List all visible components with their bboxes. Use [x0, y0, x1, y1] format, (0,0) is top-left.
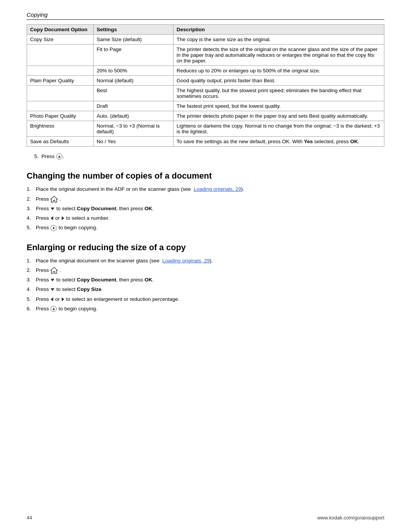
cell-setting: Normal, −3 to +3 (Normal is default): [94, 121, 174, 137]
cell-setting: 20% to 500%: [94, 66, 174, 76]
loading-originals-link1[interactable]: Loading originals, 29: [194, 186, 241, 192]
section-enlarging-reducing: Enlarging or reducing the size of a copy…: [27, 243, 384, 313]
section2-title: Enlarging or reducing the size of a copy: [27, 243, 384, 252]
cell-setting: Fit to Page: [94, 45, 174, 66]
section1-steps: 1. Place the original document in the AD…: [27, 185, 384, 232]
col-header-option: Copy Document Option: [27, 25, 94, 35]
play-icon3: [51, 306, 57, 312]
cell-description: The copy is the same size as the origina…: [174, 35, 384, 45]
arrow-down-icon2: [51, 279, 54, 281]
cell-option: [27, 45, 94, 66]
table-row: Plain Paper QualityNormal (default)Good …: [27, 76, 384, 86]
arrow-left-icon2: [51, 297, 53, 301]
cell-setting: Normal (default): [94, 76, 174, 86]
header-title: Copying: [27, 11, 48, 18]
list-item: 5. Press or to select an enlargement or …: [27, 296, 384, 303]
home-icon: [50, 196, 58, 203]
col-header-settings: Settings: [94, 25, 174, 35]
list-item: 5. Press to begin copying.: [27, 224, 384, 232]
table-row: Fit to PageThe printer detects the size …: [27, 45, 384, 66]
arrow-right-icon: [62, 216, 64, 220]
svg-marker-1: [51, 267, 57, 273]
cell-option: Photo Paper Quality: [27, 111, 94, 121]
cell-option: Plain Paper Quality: [27, 76, 94, 86]
cell-description: Good quality output; prints faster than …: [174, 76, 384, 86]
page-number: 44: [27, 515, 32, 521]
arrow-down-icon3: [51, 288, 54, 291]
cell-description: The printer detects photo paper in the p…: [174, 111, 384, 121]
copy-options-table: Copy Document Option Settings Descriptio…: [27, 24, 384, 147]
list-item: 1. Place the original document in the AD…: [27, 185, 384, 193]
home-icon2: [50, 267, 58, 274]
cell-option: [27, 66, 94, 76]
cell-option: Brightness: [27, 121, 94, 137]
cell-option: [27, 86, 94, 101]
cell-description: The fastest print speed, but the lowest …: [174, 101, 384, 111]
list-item: 4. Press or to select a number.: [27, 214, 384, 222]
table-row: DraftThe fastest print speed, but the lo…: [27, 101, 384, 111]
list-item: 2. Press .: [27, 195, 384, 203]
list-item: 6. Press to begin copying.: [27, 305, 384, 313]
table-row: Save as DefaultsNo / YesTo save the sett…: [27, 137, 384, 147]
svg-marker-0: [51, 196, 57, 202]
page-footer: 44 www.kodak.com/go/aiosupport: [0, 515, 411, 521]
cell-setting: Same Size (default): [94, 35, 174, 45]
list-item: 3. Press to select Copy Document, then p…: [27, 205, 384, 212]
col-header-description: Description: [174, 25, 384, 35]
arrow-right-icon2: [62, 297, 64, 301]
list-item: 1. Place the original document on the sc…: [27, 257, 384, 265]
play-icon2: [51, 225, 57, 231]
footer-url: www.kodak.com/go/aiosupport: [317, 515, 384, 521]
cell-setting: No / Yes: [94, 137, 174, 147]
cell-description: The printer detects the size of the orig…: [174, 45, 384, 66]
list-item: 3. Press to select Copy Document, then p…: [27, 276, 384, 284]
section2-steps: 1. Place the original document on the sc…: [27, 257, 384, 313]
table-row: Photo Paper QualityAuto. (default)The pr…: [27, 111, 384, 121]
table-row: BestThe highest quality, but the slowest…: [27, 86, 384, 101]
table-row: Copy SizeSame Size (default)The copy is …: [27, 35, 384, 45]
cell-setting: Draft: [94, 101, 174, 111]
table-row: BrightnessNormal, −3 to +3 (Normal is de…: [27, 121, 384, 137]
list-item: 4. Press to select Copy Size.: [27, 286, 384, 293]
loading-originals-link2[interactable]: Loading originals, 29: [162, 258, 210, 264]
cell-description: Lightens or darkens the copy. Normal is …: [174, 121, 384, 137]
list-item: 2. Press .: [27, 267, 384, 274]
play-icon: [56, 153, 62, 160]
section-changing-copies: Changing the number of copies of a docum…: [27, 171, 384, 232]
cell-description: To save the settings as the new default,…: [174, 137, 384, 147]
cell-setting: Auto. (default): [94, 111, 174, 121]
cell-description: The highest quality, but the slowest pri…: [174, 86, 384, 101]
arrow-down-icon: [51, 208, 54, 210]
section1-title: Changing the number of copies of a docum…: [27, 171, 384, 181]
cell-option: [27, 101, 94, 111]
table-row: 20% to 500%Reduces up to 20% or enlarges…: [27, 66, 384, 76]
cell-option: Copy Size: [27, 35, 94, 45]
cell-setting: Best: [94, 86, 174, 101]
arrow-left-icon: [51, 216, 53, 220]
page-header: Copying: [27, 11, 384, 20]
cell-option: Save as Defaults: [27, 137, 94, 147]
cell-description: Reduces up to 20% or enlarges up to 500%…: [174, 66, 384, 76]
step5-press: 5. Press .: [34, 153, 384, 160]
